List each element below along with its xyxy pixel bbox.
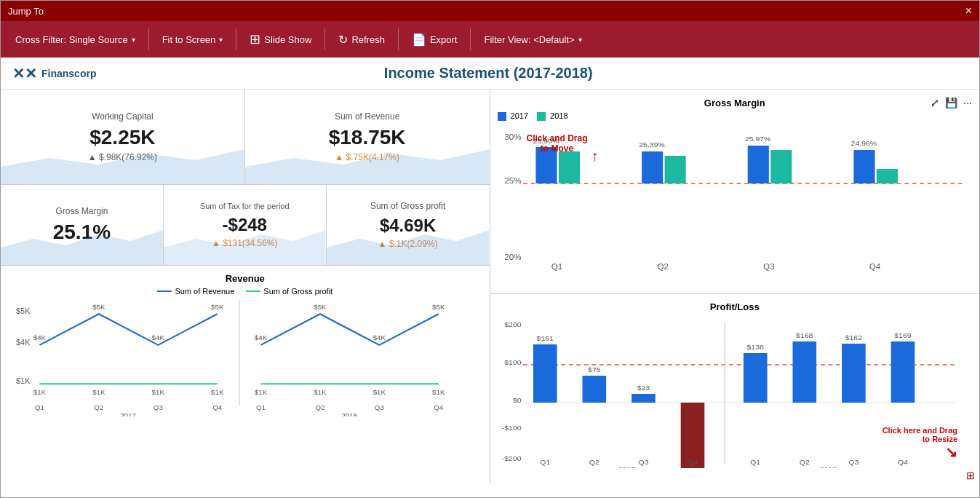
svg-text:$75: $75 (588, 365, 601, 373)
gm-legend-2018: 2018 (537, 111, 568, 121)
more-icon[interactable]: ··· (963, 97, 972, 108)
svg-text:$1K: $1K (255, 388, 268, 396)
svg-text:25.39%: 25.39% (639, 141, 665, 149)
revenue-chart-title: Revenue (8, 273, 482, 284)
legend-gross-profit-label: Sum of Gross profit (263, 287, 332, 296)
svg-text:24.96%: 24.96% (850, 140, 877, 147)
svg-text:Q3: Q3 (638, 458, 648, 465)
svg-text:$162: $162 (845, 333, 861, 341)
fit-to-screen-button[interactable]: Fit to Screen ▾ (155, 30, 231, 50)
revenue-chart-section: Revenue Sum of Revenue Sum of Gross prof… (1, 266, 490, 483)
toolbar-separator-3 (324, 28, 325, 50)
svg-text:25.97%: 25.97% (744, 135, 770, 143)
svg-text:Q4: Q4 (434, 404, 444, 412)
filter-view-button[interactable]: Filter View: <Default> ▾ (477, 30, 589, 50)
svg-text:$168: $168 (796, 331, 813, 339)
svg-text:$1K: $1K (211, 388, 224, 396)
svg-text:$5K: $5K (314, 303, 327, 311)
gross-margin-panel: Gross Margin ⤢ 💾 ··· 2017 2018 (490, 90, 980, 294)
working-capital-value: $2.25K (12, 126, 233, 149)
svg-text:Q2: Q2 (94, 404, 103, 412)
svg-rect-34 (535, 147, 557, 183)
chevron-down-icon-2: ▾ (219, 36, 223, 44)
export-button[interactable]: 📄 Export (405, 28, 465, 51)
svg-text:Q4: Q4 (212, 404, 223, 412)
svg-text:2018: 2018 (341, 411, 357, 416)
svg-text:$5K: $5K (16, 307, 31, 315)
svg-text:Q4: Q4 (897, 458, 908, 465)
svg-rect-70 (842, 344, 866, 403)
svg-rect-43 (853, 150, 875, 183)
svg-text:$136: $136 (746, 343, 763, 350)
svg-text:25.90%: 25.90% (533, 138, 559, 145)
svg-rect-40 (747, 146, 768, 183)
svg-text:$5K: $5K (432, 303, 445, 311)
gross-margin-header: Gross Margin ⤢ 💾 ··· (498, 97, 973, 108)
profit-loss-chart-title: Profit/Loss (498, 301, 973, 312)
svg-text:Q2: Q2 (589, 458, 599, 465)
expand-icon[interactable]: ⤢ (931, 97, 939, 108)
profit-loss-panel: Profit/Loss $200 $100 $0 -$100 -$200 $16… (490, 294, 980, 483)
svg-rect-35 (558, 151, 579, 183)
gross-margin-legend: 2017 2018 (498, 111, 973, 121)
main-content: ✕✕ Finanscorp Income Statement (2017-201… (1, 58, 979, 498)
slideshow-icon: ⊞ (250, 31, 260, 47)
svg-text:$4K: $4K (255, 334, 268, 342)
chevron-down-icon: ▾ (132, 36, 135, 44)
svg-text:Q4: Q4 (869, 263, 880, 271)
sum-revenue-tile: Sum of Revenue $18.75K ▲ $.75K(4.17%) (245, 90, 490, 184)
cross-filter-button[interactable]: Cross Filter: Single Source ▾ (8, 30, 143, 50)
svg-text:$4K: $4K (373, 334, 386, 342)
export-label: Export (430, 34, 458, 45)
svg-rect-61 (632, 394, 656, 403)
svg-text:$169: $169 (894, 331, 911, 339)
svg-text:Q1: Q1 (35, 404, 44, 412)
svg-rect-44 (876, 169, 897, 183)
save-icon[interactable]: 💾 (945, 97, 957, 108)
sum-tax-value: -$248 (175, 215, 314, 235)
gross-margin-icons: ⤢ 💾 ··· (814, 97, 973, 108)
profit-loss-bar-chart: $200 $100 $0 -$100 -$200 $161 $75 (498, 315, 973, 468)
legend-item-gross-profit: Sum of Gross profit (246, 287, 332, 296)
svg-text:Q1: Q1 (750, 458, 760, 465)
svg-text:$161: $161 (536, 334, 553, 341)
svg-text:Q1: Q1 (540, 458, 550, 465)
svg-rect-41 (770, 150, 792, 183)
sum-gross-profit-label: Sum of Gross profit (338, 201, 478, 211)
svg-text:Q1: Q1 (551, 263, 562, 271)
page-header: ✕✕ Finanscorp Income Statement (2017-201… (1, 58, 979, 90)
legend-revenue-label: Sum of Revenue (175, 287, 234, 296)
slide-show-label: Slide Show (264, 34, 311, 45)
refresh-icon: ↻ (338, 33, 348, 47)
svg-text:$1K: $1K (373, 388, 386, 396)
svg-text:Q3: Q3 (154, 404, 163, 412)
svg-rect-66 (743, 353, 767, 403)
working-capital-label: Working Capital (12, 111, 233, 122)
svg-text:-$100: -$100 (501, 424, 521, 431)
svg-rect-38 (664, 156, 685, 183)
toolbar-separator-5 (470, 28, 471, 50)
refresh-label: Refresh (351, 34, 385, 45)
resize-handle[interactable]: ⊞ (966, 470, 978, 481)
cross-filter-label: Cross Filter: Single Source (15, 34, 128, 45)
svg-text:2017: 2017 (618, 465, 634, 467)
chevron-down-icon-3: ▾ (578, 36, 582, 44)
svg-text:20%: 20% (504, 253, 522, 261)
toolbar: Cross Filter: Single Source ▾ Fit to Scr… (1, 21, 979, 58)
refresh-button[interactable]: ↻ Refresh (331, 28, 392, 51)
close-button[interactable]: × (965, 4, 972, 17)
gross-margin-bar-chart: 30% 25% 20% 25.90% 25.39% (498, 125, 973, 271)
svg-rect-57 (533, 344, 557, 403)
svg-text:$4K: $4K (152, 334, 165, 342)
fit-screen-label: Fit to Screen (162, 34, 216, 45)
svg-text:Q1: Q1 (256, 404, 266, 412)
svg-text:Q2: Q2 (657, 263, 669, 271)
title-bar: Jump To × (1, 1, 979, 21)
slide-show-button[interactable]: ⊞ Slide Show (242, 27, 319, 52)
svg-rect-59 (582, 376, 606, 403)
window-title: Jump To (8, 6, 965, 17)
company-name: Finanscorp (41, 68, 96, 79)
gross-margin-kpi-tile: Gross Margin 25.1% (1, 185, 164, 265)
svg-rect-37 (642, 151, 663, 183)
svg-text:2017: 2017 (120, 411, 136, 416)
